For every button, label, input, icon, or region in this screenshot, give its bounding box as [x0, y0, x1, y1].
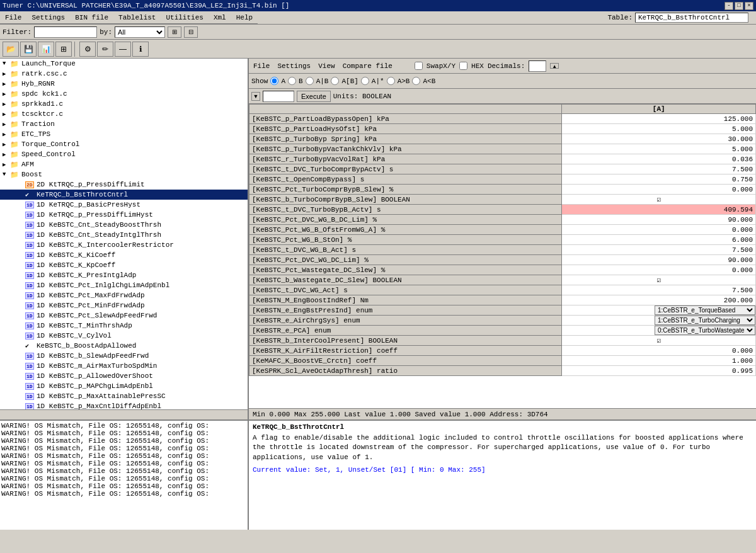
- table-cell-value[interactable]: 30.000: [562, 134, 756, 144]
- tree-expand[interactable]: [18, 333, 25, 339]
- tree-item[interactable]: ▼📁Launch_Torque: [0, 59, 248, 69]
- close-button[interactable]: ×: [745, 2, 753, 10]
- tree-item[interactable]: ▶📁AFM: [0, 159, 248, 169]
- tree-item[interactable]: 1D1D KeTRQC_p_PressDiffLimHyst: [0, 210, 248, 220]
- left-hscroll[interactable]: [0, 409, 248, 419]
- table-row[interactable]: [KeBSTC_t_DVC_WG_B_Act] s7.500: [249, 245, 756, 255]
- tree-item[interactable]: ▶📁Traction: [0, 119, 248, 129]
- tool-btn-7[interactable]: —: [115, 42, 131, 57]
- menu-help[interactable]: Help: [234, 13, 255, 22]
- minimize-button[interactable]: -: [724, 2, 733, 10]
- bottom-left-panel[interactable]: WARING! OS Mismatch, File OS: 12655148, …: [0, 421, 249, 530]
- table-cell-value[interactable]: 0:CeBSTR_e_TurboWastegate: [562, 326, 756, 336]
- tree-expand[interactable]: ▶: [3, 91, 10, 98]
- table-cell-value[interactable]: 0.750: [562, 174, 756, 185]
- tree-expand[interactable]: [18, 262, 25, 268]
- tree-expand[interactable]: [18, 302, 25, 309]
- right-menu-file[interactable]: File: [251, 62, 272, 71]
- filter-expand-button[interactable]: ⊞: [168, 26, 181, 38]
- table-row[interactable]: [KeMAFC_K_BoostVE_Crctn] coeff1.000: [249, 356, 756, 366]
- tree-expand[interactable]: [18, 373, 25, 379]
- table-row[interactable]: [KeBSTR_e_PCA] enum0:CeBSTR_e_TurboWaste…: [249, 326, 756, 336]
- right-menu-compare[interactable]: Compare file: [341, 62, 394, 71]
- tree-item[interactable]: 1D1D KeBSTC_K_PresIntglAdp: [0, 270, 248, 280]
- table-row[interactable]: [KeBSTC_b_Wastegate_DC_Slew] BOOLEAN☑: [249, 275, 756, 285]
- tree-expand[interactable]: [18, 222, 25, 228]
- tree-expand[interactable]: [18, 252, 25, 258]
- table-cell-value[interactable]: 5.000: [562, 144, 756, 154]
- tree-expand[interactable]: [18, 212, 25, 218]
- tool-btn-3[interactable]: 📊: [38, 42, 54, 57]
- table-cell-value[interactable]: ☑: [562, 336, 756, 346]
- table-row[interactable]: [KeBSTC_b_TurboComprBypB_Slew] BOOLEAN☑: [249, 195, 756, 205]
- show-radio-altb[interactable]: [412, 77, 420, 85]
- tree-item[interactable]: 1D1D KeBSTC_b_SlewAdpFeedFrwd: [0, 351, 248, 361]
- table-area[interactable]: [A] [KeBSTC_p_PartLoadBypassOpen] kPa125…: [249, 104, 756, 408]
- table-row[interactable]: [KeBSTC_p_PartLoadBypassOpen] kPa125.000: [249, 114, 756, 124]
- table-cell-value[interactable]: 7.500: [562, 164, 756, 174]
- table-cell-value[interactable]: 90.000: [562, 255, 756, 265]
- tree-expand[interactable]: ▶: [3, 141, 10, 148]
- tree-expand[interactable]: [18, 363, 25, 369]
- tree-item[interactable]: 1D1D KeBSTC_Pct_MinFdFrwdAdp: [0, 300, 248, 311]
- table-row[interactable]: [KeBSTC_Pct_TurboComprBypB_Slew] %0.000: [249, 185, 756, 195]
- show-radio-astar[interactable]: [361, 77, 369, 85]
- table-cell-value[interactable]: 0.036: [562, 154, 756, 164]
- table-cell-value[interactable]: ☑: [562, 195, 756, 205]
- tree-expand[interactable]: ▶: [3, 151, 10, 158]
- tool-btn-8[interactable]: ℹ: [132, 42, 149, 57]
- enum-select[interactable]: 1:CeBSTR_e_TorqueBased: [655, 305, 755, 315]
- tree-item[interactable]: ▼📁Boost: [0, 169, 248, 180]
- table-cell-value[interactable]: 5.000: [562, 124, 756, 134]
- tree-expand[interactable]: ▶: [3, 71, 10, 77]
- tree-item[interactable]: 1D1D KeBSTC_p_MaxCntlDiffAdpEnbl: [0, 401, 248, 409]
- table-cell-value[interactable]: 0.000: [562, 185, 756, 195]
- table-cell-value[interactable]: 7.500: [562, 285, 756, 295]
- execute-input[interactable]: ×*1: [263, 91, 294, 102]
- tree-item[interactable]: ▶📁sprkkad1.c: [0, 99, 248, 109]
- table-cell-value[interactable]: 0.000: [562, 346, 756, 356]
- table-cell-value[interactable]: 125.000: [562, 114, 756, 124]
- tree-item[interactable]: 1D1D KeBSTC_K_KpCoeff: [0, 260, 248, 270]
- swap-xy-checkbox[interactable]: [415, 62, 423, 70]
- table-row[interactable]: [KeBSTC_Pct_DVC_WG_DC_Lim] %90.000: [249, 255, 756, 265]
- tool-btn-6[interactable]: ✏: [97, 42, 113, 57]
- table-row[interactable]: [KeBSTC_Pct_Wastegate_DC_Slew] %0.000: [249, 265, 756, 275]
- decimals-input[interactable]: 8: [529, 60, 546, 72]
- tree-item[interactable]: 1D1D KeBSTC_Cnt_SteadyBoostThrsh: [0, 220, 248, 230]
- show-radio-ab[interactable]: [306, 77, 314, 85]
- table-row[interactable]: [KeBSTN_M_EngBoostIndRef] Nm200.000: [249, 295, 756, 305]
- tree-expand[interactable]: [18, 403, 25, 409]
- execute-button[interactable]: Execute: [297, 91, 331, 102]
- tree-expand[interactable]: [18, 191, 25, 198]
- tree-item[interactable]: ▶📁Hyb_RGNR: [0, 79, 248, 89]
- tree-expand[interactable]: ▶: [3, 121, 10, 128]
- menu-binfile[interactable]: BIN file: [72, 13, 111, 22]
- tree-item[interactable]: 1D1D KeBSTC_Cnt_SteadyIntglThrsh: [0, 230, 248, 240]
- tree-expand[interactable]: [18, 181, 25, 188]
- table-row[interactable]: [KeBSTC_t_DVC_TurboBypB_Actv] s409.594: [249, 205, 756, 215]
- table-cell-value[interactable]: 1.000: [562, 356, 756, 366]
- menu-tablelist[interactable]: Tablelist: [116, 13, 158, 22]
- tree-expand[interactable]: [18, 272, 25, 278]
- tree-expand[interactable]: [18, 383, 25, 389]
- table-cell-value[interactable]: 7.500: [562, 245, 756, 255]
- table-cell-value[interactable]: 1:CeBSTR_e_TurboCharging: [562, 316, 756, 326]
- table-row[interactable]: [KeBSTC_Pct_WG_B_StOn] %6.000: [249, 235, 756, 245]
- tree-expand[interactable]: [18, 353, 25, 359]
- maximize-button[interactable]: □: [735, 2, 743, 10]
- menu-file[interactable]: File: [3, 13, 24, 22]
- tree-item[interactable]: 1D1D KeBSTC_Pct_InlglChgLimAdpEnbl: [0, 280, 248, 290]
- right-menu-settings[interactable]: Settings: [275, 62, 312, 71]
- tree-expand[interactable]: ▶: [3, 81, 10, 88]
- tree-expand[interactable]: [18, 232, 25, 238]
- tree-container[interactable]: ▼📁Launch_Torque▶📁ratrk.csc.c▶📁Hyb_RGNR▶📁…: [0, 59, 248, 409]
- tree-item[interactable]: 1D1D KeBSTC_p_AllowedOverShoot: [0, 371, 248, 381]
- table-cell-value[interactable]: 6.000: [562, 235, 756, 245]
- table-row[interactable]: [KeBSTC_p_PartLoadHysOfst] kPa5.000: [249, 124, 756, 134]
- enum-select[interactable]: 0:CeBSTR_e_TurboWastegate: [655, 326, 755, 335]
- tree-expand[interactable]: ▶: [3, 161, 10, 168]
- tree-item[interactable]: 1D1D KeTRQC_p_BasicPresHyst: [0, 200, 248, 210]
- tree-item[interactable]: ▶📁Speed_Control: [0, 149, 248, 159]
- filter-input[interactable]: [34, 26, 97, 38]
